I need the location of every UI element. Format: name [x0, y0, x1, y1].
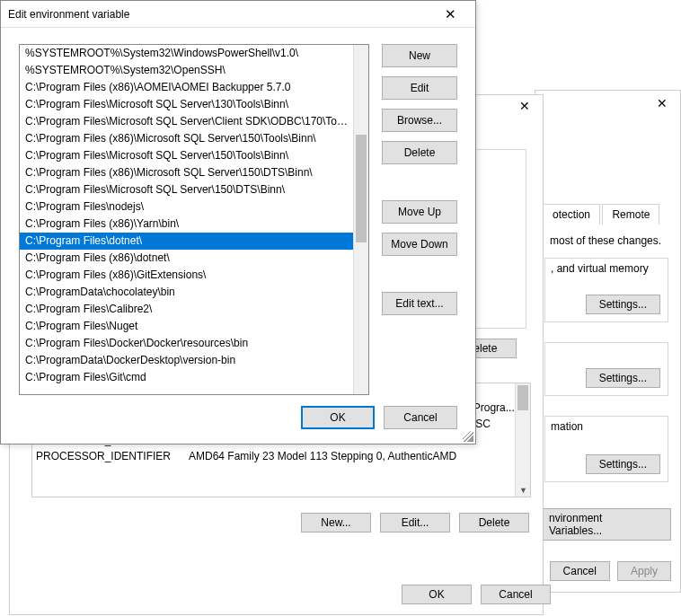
path-list-item[interactable]: C:\Program Files\Nuget: [20, 318, 353, 335]
env-cancel-button[interactable]: Cancel: [481, 585, 551, 604]
path-list[interactable]: %SYSTEMROOT%\System32\WindowsPowerShell\…: [19, 44, 369, 395]
scrollbar[interactable]: [353, 45, 368, 394]
startup-settings-button[interactable]: Settings...: [586, 454, 660, 474]
cancel-button[interactable]: Cancel: [384, 406, 457, 429]
scrollbar[interactable]: ▲ ▼: [515, 383, 530, 497]
path-list-item[interactable]: C:\Program Files (x86)\Microsoft SQL Ser…: [20, 164, 353, 181]
path-list-item[interactable]: C:\Program Files\Microsoft SQL Server\15…: [20, 147, 353, 164]
edit-env-var-dialog: Edit environment variable ✕ %SYSTEMROOT%…: [0, 0, 476, 444]
perf-settings-button[interactable]: Settings...: [586, 295, 660, 314]
tab-protection[interactable]: otection: [543, 204, 600, 224]
path-list-item[interactable]: C:\ProgramData\DockerDesktop\version-bin: [20, 352, 353, 369]
move-down-button[interactable]: Move Down: [382, 233, 457, 256]
path-list-item[interactable]: %SYSTEMROOT%\System32\OpenSSH\: [20, 62, 353, 79]
sys-delete-button[interactable]: Delete: [459, 513, 529, 532]
path-list-item[interactable]: C:\Program Files\Git\cmd: [20, 369, 353, 386]
resize-grip-icon[interactable]: [463, 431, 473, 442]
edit-button[interactable]: Edit: [382, 76, 457, 100]
sys-cancel-button[interactable]: Cancel: [550, 561, 610, 581]
table-row[interactable]: PROCESSOR_IDENTIFIERAMD64 Family 23 Mode…: [32, 448, 530, 464]
path-list-item[interactable]: C:\Program Files\Calibre2\: [20, 301, 353, 318]
sys-edit-button[interactable]: Edit...: [380, 513, 450, 532]
close-icon[interactable]: ✕: [432, 3, 468, 26]
path-list-item[interactable]: C:\Program Files\Microsoft SQL Server\Cl…: [20, 113, 353, 130]
delete-button[interactable]: Delete: [382, 141, 457, 164]
move-up-button[interactable]: Move Up: [382, 200, 457, 224]
close-icon[interactable]: ✕: [650, 92, 675, 114]
ok-button[interactable]: OK: [301, 406, 375, 429]
path-list-item[interactable]: C:\ProgramData\chocolatey\bin: [20, 284, 353, 301]
sys-apply-button[interactable]: Apply: [617, 561, 671, 581]
var-value: AMD64 Family 23 Model 113 Stepping 0, Au…: [189, 450, 526, 462]
path-list-item[interactable]: C:\Program Files (x86)\GitExtensions\: [20, 267, 353, 284]
tab-remote[interactable]: Remote: [602, 204, 659, 224]
env-ok-button[interactable]: OK: [402, 585, 472, 604]
path-list-item[interactable]: C:\Program Files\Docker\Docker\resources…: [20, 335, 353, 352]
scrollbar-thumb[interactable]: [517, 385, 528, 410]
env-vars-button[interactable]: nvironment Variables...: [535, 508, 671, 541]
path-list-item[interactable]: C:\Program Files (x86)\Yarn\bin\: [20, 216, 353, 233]
path-list-item[interactable]: %SYSTEMROOT%\System32\WindowsPowerShell\…: [20, 45, 353, 62]
var-name: PROCESSOR_IDENTIFIER: [36, 450, 189, 462]
browse-button[interactable]: Browse...: [382, 109, 457, 132]
scrollbar-thumb[interactable]: [356, 135, 367, 242]
path-list-item[interactable]: C:\Program Files\dotnet\: [20, 233, 353, 250]
new-button[interactable]: New: [382, 44, 457, 67]
path-list-item[interactable]: C:\Program Files (x86)\dotnet\: [20, 250, 353, 267]
startup-text: mation: [551, 420, 583, 433]
path-list-item[interactable]: C:\Program Files\nodejs\: [20, 198, 353, 216]
profiles-settings-button[interactable]: Settings...: [586, 368, 660, 388]
perf-text: , and virtual memory: [551, 262, 649, 275]
path-list-item[interactable]: C:\Program Files (x86)\Microsoft SQL Ser…: [20, 130, 353, 147]
edit-text-button[interactable]: Edit text...: [382, 292, 457, 315]
dialog-title: Edit environment variable: [8, 8, 432, 21]
path-list-item[interactable]: C:\Program Files (x86)\AOMEI\AOMEI Backu…: [20, 79, 353, 96]
system-properties-window: ✕ otection Remote most of these changes.…: [535, 90, 681, 593]
admin-note: most of these changes.: [550, 234, 661, 247]
path-list-item[interactable]: C:\Program Files\Microsoft SQL Server\13…: [20, 96, 353, 113]
sys-new-button[interactable]: New...: [301, 513, 371, 532]
close-icon[interactable]: ✕: [512, 95, 537, 117]
path-list-item[interactable]: C:\Program Files\Microsoft SQL Server\15…: [20, 181, 353, 198]
